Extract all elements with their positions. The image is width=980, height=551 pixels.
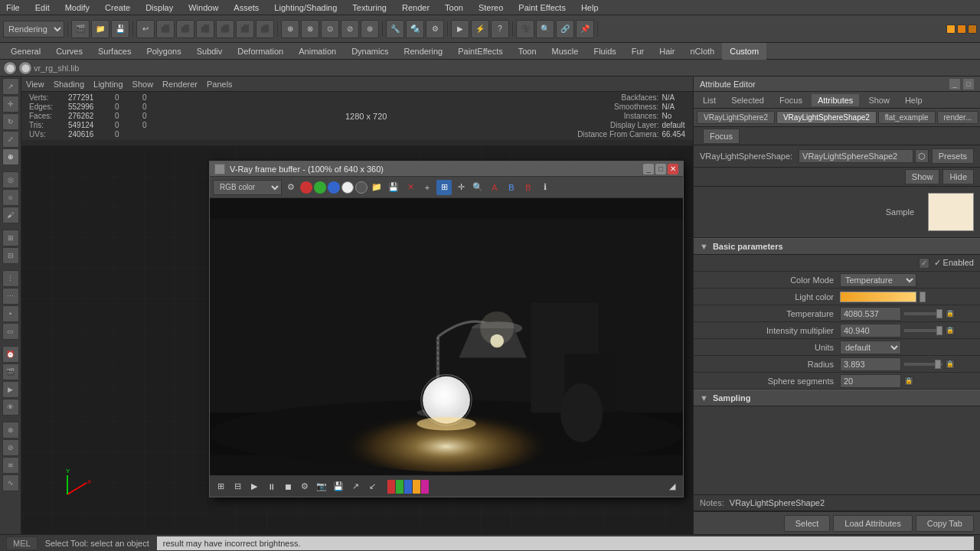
- shelf-tab-ncloth[interactable]: nCloth: [682, 43, 722, 60]
- vray-bottom-btn7[interactable]: 📷: [314, 479, 329, 494]
- tb-btn-6[interactable]: ⬛: [176, 20, 194, 38]
- shelf-tab-fluids[interactable]: Fluids: [586, 43, 623, 60]
- vray-tb-green[interactable]: [314, 181, 326, 194]
- viewport-menu-view[interactable]: View: [26, 80, 44, 89]
- load-attributes-btn[interactable]: Load Attributes: [833, 515, 912, 532]
- shelf-tab-painteffects[interactable]: PaintEffects: [450, 43, 511, 60]
- sphere-segments-input[interactable]: [840, 374, 901, 388]
- temperature-input[interactable]: [840, 307, 901, 321]
- shelf-tab-muscle[interactable]: Muscle: [544, 43, 586, 60]
- attr-tab-help[interactable]: Help: [899, 94, 929, 106]
- vray-tb-blue[interactable]: [328, 181, 340, 194]
- sampling-header[interactable]: ▼ Sampling: [694, 390, 980, 406]
- viewport-menu-shading[interactable]: Shading: [54, 80, 84, 89]
- soft-select[interactable]: ◎: [2, 171, 19, 188]
- vray-bottom-btn3[interactable]: ▶: [247, 479, 262, 494]
- menu-window[interactable]: Window: [185, 3, 221, 12]
- vray-tb-folder[interactable]: 📁: [369, 180, 384, 195]
- shelf-tab-general[interactable]: General: [3, 43, 48, 60]
- show-manipulator[interactable]: ⊞: [2, 230, 19, 246]
- shelf-tab-deformation[interactable]: Deformation: [230, 43, 291, 60]
- history[interactable]: ⏰: [2, 346, 19, 363]
- tb-btn-5[interactable]: ⬛: [156, 20, 175, 38]
- tb-btn-7[interactable]: ⬛: [196, 20, 214, 38]
- lasso-tool[interactable]: ⌾: [2, 189, 19, 206]
- menu-file[interactable]: File: [3, 3, 23, 12]
- vray-tb-Abutton[interactable]: A: [487, 180, 502, 195]
- shelf-tab-surfaces[interactable]: Surfaces: [90, 43, 139, 60]
- copy-tab-btn[interactable]: Copy Tab: [916, 515, 974, 532]
- shelf-tab-animation[interactable]: Animation: [291, 43, 344, 60]
- menu-texturing[interactable]: Texturing: [349, 3, 390, 12]
- intensity-input[interactable]: [840, 324, 901, 337]
- vray-tb-zoom[interactable]: 🔍: [470, 180, 485, 195]
- render-sphere-1[interactable]: [946, 24, 956, 34]
- render-sphere-2[interactable]: [957, 24, 966, 34]
- attr-maximize[interactable]: □: [963, 79, 974, 90]
- attr-minimize[interactable]: _: [949, 79, 960, 90]
- focus-button[interactable]: Focus: [703, 129, 740, 144]
- vray-bottom-btn8[interactable]: 💾: [331, 479, 346, 494]
- display-toggle[interactable]: 👁: [2, 399, 19, 416]
- deform-btn[interactable]: ⊗: [2, 422, 19, 439]
- vray-tb-save[interactable]: 💾: [386, 180, 401, 195]
- vray-tb-white[interactable]: [341, 181, 354, 194]
- vray-tb-Bbutton2[interactable]: B: [521, 180, 536, 195]
- menu-paint[interactable]: Paint Effects: [515, 3, 569, 12]
- tb-btn-23[interactable]: 🔍: [536, 20, 554, 38]
- close-btn[interactable]: ✕: [668, 164, 678, 174]
- menu-lighting[interactable]: Lighting/Shading: [271, 3, 340, 12]
- render-sphere-3[interactable]: [968, 24, 977, 34]
- rotate-tool[interactable]: ↻: [2, 113, 19, 130]
- select-btn[interactable]: Select: [784, 515, 831, 532]
- show-btn[interactable]: Show: [905, 169, 940, 184]
- temperature-slider[interactable]: [904, 312, 942, 315]
- color-slider-thumb[interactable]: [920, 292, 926, 302]
- vray-tb-gray[interactable]: [355, 181, 368, 194]
- connect-icon[interactable]: ⬡: [915, 149, 929, 163]
- intensity-slider[interactable]: [904, 329, 942, 332]
- minimize-btn[interactable]: _: [643, 164, 654, 174]
- tb-btn-21[interactable]: ?: [491, 20, 509, 38]
- tb-btn-1[interactable]: 🎬: [71, 20, 90, 38]
- node-tab-1[interactable]: VRayLightSphere2: [697, 111, 775, 124]
- shelf-tab-dynamics[interactable]: Dynamics: [344, 43, 396, 60]
- tb-btn-18[interactable]: ⚙: [426, 20, 444, 38]
- shelf-tab-custom[interactable]: Custom: [722, 43, 766, 60]
- select-tool[interactable]: ↗: [2, 78, 19, 95]
- menu-display[interactable]: Display: [142, 3, 176, 12]
- viewport-menu-show[interactable]: Show: [132, 80, 154, 89]
- temperature-lock[interactable]: 🔒: [946, 309, 955, 318]
- menu-edit[interactable]: Edit: [32, 3, 53, 12]
- intensity-lock[interactable]: 🔒: [946, 326, 955, 335]
- vray-tb-red[interactable]: [300, 181, 312, 194]
- shelf-tab-toon[interactable]: Toon: [511, 43, 544, 60]
- radius-input[interactable]: [840, 357, 901, 371]
- attr-tab-list[interactable]: List: [697, 94, 722, 106]
- attr-tab-show[interactable]: Show: [862, 94, 896, 106]
- presets-btn[interactable]: Presets: [932, 148, 974, 164]
- snap-point[interactable]: •: [2, 305, 19, 322]
- menu-modify[interactable]: Modify: [62, 3, 93, 12]
- vray-channel-select[interactable]: RGB color: [213, 180, 282, 195]
- tb-btn-24[interactable]: 🔗: [556, 20, 574, 38]
- snap-curve[interactable]: ⋯: [2, 288, 19, 305]
- viewport-menu-panels[interactable]: Panels: [207, 80, 233, 89]
- node-tab-2[interactable]: VRayLightSphereShape2: [776, 111, 877, 124]
- vray-tb-plus[interactable]: +: [420, 180, 435, 195]
- attr-tab-focus[interactable]: Focus: [773, 94, 808, 106]
- vray-tb-select[interactable]: ⊞: [436, 180, 452, 195]
- viewport-menu-lighting[interactable]: Lighting: [93, 80, 123, 89]
- hair-btn[interactable]: ∿: [2, 474, 19, 491]
- tb-btn-12[interactable]: ⊗: [301, 20, 319, 38]
- tb-btn-14[interactable]: ⊘: [341, 20, 359, 38]
- render-btn[interactable]: 🎬: [2, 364, 19, 380]
- node-tab-3[interactable]: flat_example: [878, 111, 936, 124]
- shape-name-input[interactable]: [799, 149, 913, 163]
- vray-tb-delete[interactable]: ✕: [403, 180, 418, 195]
- shelf-icon-2[interactable]: ⬤: [18, 61, 32, 75]
- tb-btn-4[interactable]: ↩: [136, 20, 155, 38]
- tb-btn-11[interactable]: ⊕: [281, 20, 299, 38]
- tb-btn-10[interactable]: ⬛: [256, 20, 274, 38]
- vray-bottom-btn5[interactable]: ⏹: [280, 479, 296, 494]
